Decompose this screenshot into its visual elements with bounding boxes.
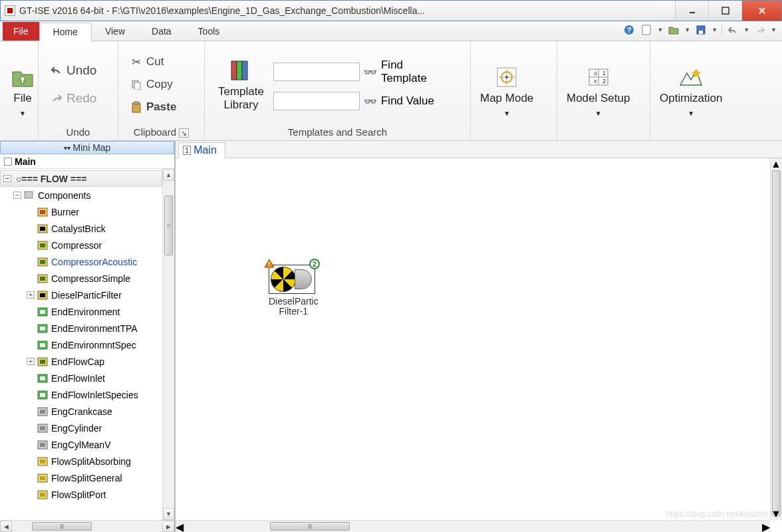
undo-label: Undo (66, 63, 96, 78)
svg-rect-48 (40, 360, 45, 364)
tree-item-engcylinder[interactable]: EngCylinder (0, 420, 162, 436)
redo-button[interactable]: Redo (47, 89, 100, 108)
svg-rect-52 (40, 393, 45, 397)
component-icon (37, 257, 49, 267)
scroll-down-icon[interactable]: ▼ (771, 508, 782, 520)
redo-icon (51, 92, 63, 104)
scroll-right-icon[interactable]: ▶ (762, 521, 770, 532)
tab-view[interactable]: View (92, 22, 138, 41)
tab-label: Main (194, 144, 217, 156)
tree-item-endenvironment[interactable]: EndEnvironment (0, 303, 162, 320)
dropdown-icon[interactable]: ▼ (743, 27, 749, 33)
tab-main[interactable]: 1 Main (178, 142, 225, 158)
scroll-thumb[interactable]: Ⅲ (32, 522, 92, 531)
svg-rect-36 (40, 260, 45, 264)
scroll-up-icon[interactable]: ▲ (771, 158, 782, 170)
find-value-input[interactable] (273, 92, 360, 110)
canvas-node-dieselparticfilter[interactable]: ! 2 DieselParticFilter-1 (269, 265, 319, 317)
paste-button[interactable]: Paste (126, 98, 180, 116)
maximize-button[interactable] (708, 1, 741, 21)
minimap-header[interactable]: ▾▾Mini Map (0, 141, 174, 154)
binoculars-icon: 👓 (364, 95, 377, 108)
scroll-thumb[interactable]: ≡ (164, 196, 173, 255)
tree-item-flowsplitport[interactable]: FlowSplitPort (0, 486, 162, 503)
sidebar-vscrollbar[interactable]: ▲ ≡ ▼ (162, 169, 174, 520)
svg-rect-8 (699, 31, 703, 34)
model-canvas[interactable]: ! 2 DieselParticFilter-1 ▲ ▼ ◀ Ⅲ ▶ https… (176, 158, 782, 532)
svg-rect-40 (40, 293, 45, 297)
tree-item-compressoracoustic[interactable]: CompressorAcoustic (0, 253, 162, 270)
optimization-button[interactable]: Optimization▼ (656, 61, 726, 122)
svg-rect-12 (134, 102, 138, 104)
save-icon[interactable] (694, 23, 708, 37)
component-icon (37, 290, 49, 301)
find-value-label[interactable]: Find Value (381, 94, 434, 108)
tree-item-engcrankcase[interactable]: EngCrankcase (0, 403, 162, 420)
window-buttons (675, 1, 781, 21)
copy-button[interactable]: Copy (126, 76, 177, 93)
dropdown-icon[interactable]: ▼ (712, 27, 717, 33)
redo-icon[interactable] (753, 23, 767, 37)
dropdown-icon[interactable]: ▼ (684, 27, 690, 33)
component-icon (37, 406, 49, 417)
tree-item-endflowcap[interactable]: +EndFlowCap (0, 353, 162, 370)
tree-item-compressor[interactable]: Compressor (0, 237, 162, 253)
tree-item-endenvironmntspec[interactable]: EndEnvironmntSpec (0, 336, 162, 353)
scroll-right-icon[interactable]: ▶ (162, 521, 174, 532)
svg-rect-10 (134, 82, 140, 90)
file-tab[interactable]: File (3, 22, 39, 41)
open-icon[interactable] (667, 23, 680, 37)
file-button[interactable]: File▼ (5, 61, 40, 122)
find-template-input[interactable] (273, 63, 360, 81)
tree-item-endflowinletspecies[interactable]: EndFlowInletSpecies (0, 386, 162, 403)
scroll-left-icon[interactable]: ◀ (0, 521, 12, 532)
titlebar: GT-ISE v2016 64-bit - F:\GTI\v2016\examp… (0, 0, 782, 21)
undo-button[interactable]: Undo (47, 61, 100, 80)
tree-item-engcylmeanv[interactable]: EngCylMeanV (0, 436, 162, 453)
scroll-left-icon[interactable]: ◀ (176, 521, 184, 532)
svg-text:1: 1 (602, 70, 606, 76)
copy-label: Copy (146, 78, 173, 91)
tree-item-burner[interactable]: Burner (0, 203, 162, 220)
help-icon[interactable]: ? (622, 23, 636, 37)
component-icon (37, 240, 49, 251)
dropdown-icon[interactable]: ▼ (657, 27, 663, 33)
tab-data[interactable]: Data (138, 22, 185, 41)
model-setup-button[interactable]: a1x2 Model Setup▼ (563, 61, 634, 122)
tree-item-endflowinlet[interactable]: EndFlowInlet (0, 370, 162, 386)
tree-header[interactable]: Main (0, 154, 174, 169)
scroll-up-icon[interactable]: ▲ (163, 169, 174, 181)
tree-item-flowsplitabsorbing[interactable]: FlowSplitAbsorbing (0, 453, 162, 469)
svg-rect-30 (40, 210, 45, 214)
scroll-down-icon[interactable]: ▼ (163, 508, 174, 520)
component-icon (37, 373, 49, 384)
svg-rect-44 (40, 327, 45, 331)
folder-up-icon (9, 64, 36, 90)
close-button[interactable] (741, 1, 781, 21)
tab-tools[interactable]: Tools (185, 22, 233, 41)
tree-item-dieselparticfilter[interactable]: +DieselParticFilter (0, 287, 162, 303)
main-area: ▾▾Mini Map Main − ○ === FLOW ===−Compone… (0, 141, 782, 532)
minimize-button[interactable] (675, 1, 708, 21)
tree-item-catalystbrick[interactable]: CatalystBrick (0, 220, 162, 237)
tree-item-endenvironmenttpa[interactable]: EndEnvironmentTPA (0, 320, 162, 336)
find-template-label[interactable]: FindTemplate (381, 59, 427, 85)
copy-icon (130, 78, 142, 90)
tree-item-flowsplitgeneral[interactable]: FlowSplitGeneral (0, 469, 162, 486)
tab-home[interactable]: Home (39, 23, 92, 41)
cut-button[interactable]: ✂Cut (126, 53, 168, 70)
canvas-vscrollbar[interactable]: ▲ ▼ (770, 158, 782, 520)
scroll-thumb[interactable] (772, 170, 781, 516)
template-library-button[interactable]: TemplateLibrary (214, 55, 268, 115)
map-mode-button[interactable]: Map Mode▼ (476, 61, 537, 122)
canvas-hscrollbar[interactable]: ◀ Ⅲ ▶ (176, 520, 770, 532)
new-icon[interactable] (640, 23, 653, 37)
file-button-label: File (13, 92, 31, 104)
scroll-thumb[interactable]: Ⅲ (270, 522, 350, 531)
dropdown-icon[interactable]: ▼ (771, 27, 777, 33)
sidebar-hscrollbar[interactable]: ◀ Ⅲ ▶ (0, 520, 174, 532)
tree-group-components[interactable]: −Components (0, 187, 162, 203)
tree-group-flow[interactable]: − ○ === FLOW === (0, 170, 162, 187)
tree-item-compressorsimple[interactable]: CompressorSimple (0, 270, 162, 287)
undo-icon[interactable] (726, 23, 739, 37)
